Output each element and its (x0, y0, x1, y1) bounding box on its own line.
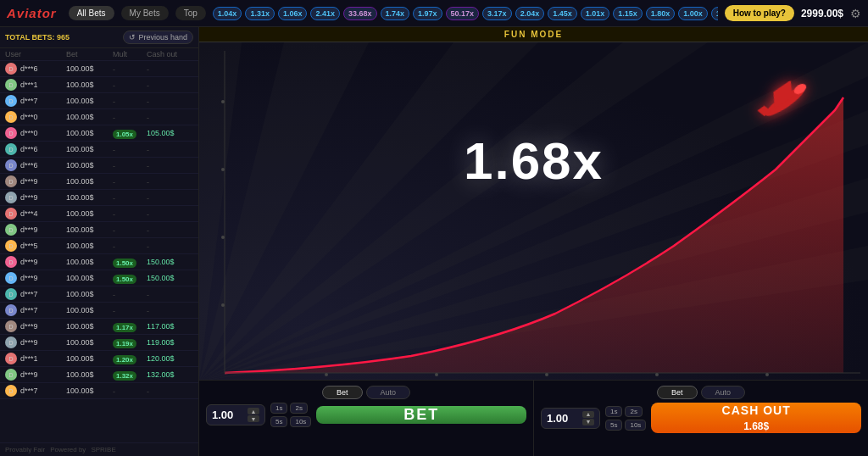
multiplier-badge: - (113, 192, 147, 203)
avatar: D (5, 63, 17, 75)
multiplier-chip[interactable]: 1.08x (711, 7, 718, 20)
bet-tab-2[interactable]: Bet (657, 386, 698, 399)
table-row: Dd***5100.00$-- (0, 238, 198, 254)
multiplier-chip[interactable]: 3.17x (482, 7, 512, 20)
quick-1s[interactable]: 1s (270, 403, 287, 414)
multiplier-chip[interactable]: 1.97x (413, 7, 442, 20)
auto-tab-1[interactable]: Auto (366, 386, 411, 399)
multiplier-chip[interactable]: 1.01x (581, 7, 610, 20)
bet-amount: 100.00$ (66, 225, 113, 234)
cashout-amount: 119.00$ (147, 338, 193, 347)
multiplier-badge: - (113, 305, 147, 315)
user-cell: Dd***0 (5, 111, 66, 123)
avatar: D (5, 272, 17, 284)
user-cell: Dd***6 (5, 143, 66, 155)
avatar: D (5, 175, 17, 187)
multiplier-chip[interactable]: 1.06x (278, 7, 308, 20)
refresh-icon: ↺ (129, 33, 136, 42)
amount-box-1: 1.00 ▲ ▼ (206, 404, 265, 425)
multiplier-badge: 1.50x (113, 257, 147, 268)
settings-icon[interactable]: ⚙ (850, 7, 861, 20)
username: d***6 (20, 64, 38, 73)
table-row: Dd***4100.00$-- (0, 206, 198, 222)
how-to-play-button[interactable]: How to play? (725, 5, 794, 21)
bet-button[interactable]: BET (316, 406, 526, 424)
quick-10s-2[interactable]: 10s (625, 420, 646, 431)
multiplier-chip[interactable]: 2.04x (515, 7, 545, 20)
cashout-amount: - (147, 80, 193, 90)
bet-amount: 100.00$ (66, 209, 113, 218)
svg-point-12 (435, 373, 438, 376)
multiplier-chip[interactable]: 50.17x (446, 7, 480, 20)
multiplier-chip[interactable]: 1.00x (678, 7, 708, 20)
user-cell: Dd***9 (5, 272, 66, 284)
quick-10s[interactable]: 10s (290, 416, 311, 427)
bet-amount: 100.00$ (66, 145, 113, 153)
user-cell: Dd***1 (5, 79, 66, 91)
table-row: Dd***9100.00$1.32x132.00$ (0, 367, 198, 383)
amount-steppers-1: ▲ ▼ (248, 408, 259, 422)
amount-down-2[interactable]: ▼ (582, 419, 594, 425)
quick-row-1b: 5s 10s (270, 416, 311, 427)
auto-tab-2[interactable]: Auto (701, 386, 746, 399)
cashout-amount: - (147, 96, 193, 106)
cashout-amount: - (147, 192, 193, 203)
avatar: D (5, 95, 17, 107)
avatar: D (5, 369, 17, 381)
table-row: Dd***6100.00$-- (0, 61, 198, 77)
avatar: D (5, 127, 17, 139)
total-bets-text: TOTAL BETS: (5, 33, 55, 42)
bet-amount: 100.00$ (66, 242, 113, 250)
username: d***9 (20, 370, 38, 379)
bet-amount: 100.00$ (66, 193, 113, 202)
user-cell: Dd***9 (5, 369, 66, 381)
table-row: Dd***1100.00$-- (0, 77, 198, 93)
bet-amount: 100.00$ (66, 161, 113, 170)
quick-2s[interactable]: 2s (290, 403, 307, 414)
table-row: Dd***6100.00$-- (0, 158, 198, 174)
multiplier-chip[interactable]: 1.31x (245, 7, 275, 20)
multiplier-chip[interactable]: 1.04x (213, 7, 242, 20)
cashout-label: CASH OUT (722, 403, 791, 420)
multiplier-chip[interactable]: 2.41x (310, 7, 340, 20)
fun-mode-banner: FUN MODE (199, 27, 868, 42)
cashout-button[interactable]: CASH OUT 1.68$ (651, 403, 861, 433)
avatar: D (5, 336, 17, 348)
multiplier-strip: 1.04x1.31x1.06x2.41x33.68x1.74x1.97x50.1… (213, 7, 718, 20)
table-row: Dd***7100.00$-- (0, 93, 198, 109)
username: d***9 (20, 177, 38, 186)
multiplier-badge: 1.20x (113, 353, 147, 364)
avatar: D (5, 353, 17, 364)
username: d***4 (20, 209, 38, 218)
user-cell: Dd***7 (5, 304, 66, 316)
amount-up-2[interactable]: ▲ (582, 411, 594, 418)
tab-all-bets[interactable]: All Bets (69, 6, 114, 20)
previous-hand-button[interactable]: ↺ Previous hand (123, 31, 193, 44)
multiplier-chip[interactable]: 1.74x (381, 7, 410, 20)
game-canvas: 1.68x (199, 42, 868, 380)
quick-5s[interactable]: 5s (270, 416, 287, 427)
tab-my-bets[interactable]: My Bets (121, 6, 169, 20)
multiplier-chip[interactable]: 33.68x (343, 7, 377, 20)
svg-point-16 (221, 303, 225, 307)
table-row: Dd***9100.00$1.50x150.00$ (0, 254, 198, 270)
quick-1s-2[interactable]: 1s (605, 406, 622, 417)
amount-up-1[interactable]: ▲ (248, 408, 259, 414)
multiplier-chip[interactable]: 1.80x (646, 7, 676, 20)
svg-point-18 (221, 168, 225, 171)
bet-tab-1[interactable]: Bet (322, 386, 363, 399)
multiplier-chip[interactable]: 1.15x (613, 7, 643, 20)
cashout-amount: 150.00$ (147, 258, 193, 266)
tab-top[interactable]: Top (175, 6, 206, 20)
username: d***9 (20, 193, 38, 202)
bet-amount: 100.00$ (66, 306, 113, 314)
amount-down-1[interactable]: ▼ (248, 415, 259, 422)
user-cell: Dd***6 (5, 63, 66, 75)
quick-5s-2[interactable]: 5s (605, 420, 622, 431)
multiplier-badge: - (113, 96, 147, 106)
user-cell: Dd***7 (5, 288, 66, 300)
multiplier-chip[interactable]: 1.45x (548, 7, 577, 20)
total-bets-label: TOTAL BETS: 965 (5, 33, 70, 42)
quick-2s-2[interactable]: 2s (625, 406, 642, 417)
multiplier-badge: - (113, 289, 147, 299)
